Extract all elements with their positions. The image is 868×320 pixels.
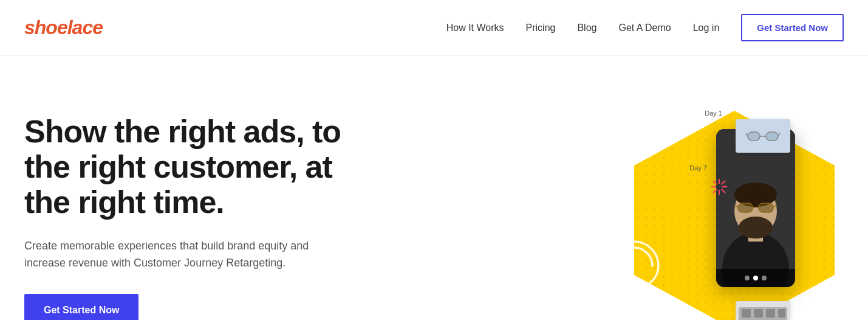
hero-text-block: Show the right ads, to the right custome…	[24, 114, 377, 320]
svg-rect-15	[759, 203, 773, 212]
nav-get-started-button[interactable]: Get Started Now	[741, 14, 844, 41]
main-nav: How It Works Pricing Blog Get A Demo Log…	[446, 14, 844, 41]
svg-rect-32	[754, 309, 763, 318]
svg-line-25	[722, 181, 725, 184]
svg-line-6	[746, 133, 748, 136]
phone-bottom-bar	[716, 269, 795, 287]
ad-thumbnail-top	[736, 119, 790, 153]
nav-pricing[interactable]: Pricing	[526, 23, 556, 33]
nav-how-it-works[interactable]: How It Works	[446, 23, 504, 33]
svg-rect-4	[766, 132, 778, 141]
svg-line-24	[722, 189, 725, 193]
day-label-1: Day 1	[705, 110, 722, 117]
svg-line-7	[778, 133, 780, 136]
svg-rect-33	[766, 309, 775, 318]
svg-rect-34	[778, 309, 785, 318]
hero-section: Show the right ads, to the right custome…	[0, 56, 868, 320]
phone-dot-3	[762, 276, 767, 280]
svg-point-13	[739, 217, 773, 238]
svg-line-23	[713, 181, 717, 184]
ad-thumbnail-bottom	[736, 301, 790, 320]
phone-dot-2	[753, 276, 758, 280]
svg-rect-3	[748, 132, 760, 141]
nav-get-a-demo[interactable]: Get A Demo	[618, 23, 671, 33]
hero-illustration: Day 1 Day 7 ✕	[576, 92, 844, 320]
svg-rect-14	[738, 203, 753, 212]
svg-line-26	[713, 189, 717, 193]
nav-log-in[interactable]: Log in	[693, 23, 720, 33]
hero-subtext: Create memorable experiences that build …	[24, 237, 316, 273]
svg-rect-31	[742, 309, 751, 318]
phone-mockup: ✕	[716, 129, 795, 287]
header: shoelace How It Works Pricing Blog Get A…	[0, 0, 868, 56]
hero-headline: Show the right ads, to the right custome…	[24, 114, 377, 220]
phone-screen: ✕	[716, 129, 795, 287]
swirl-decoration	[595, 226, 668, 299]
logo[interactable]: shoelace	[24, 16, 103, 39]
hero-get-started-button[interactable]: Get Started Now	[24, 294, 138, 320]
phone-person-image	[716, 129, 795, 287]
day-label-7: Day 7	[689, 164, 707, 172]
burst-decoration	[710, 178, 728, 199]
nav-blog[interactable]: Blog	[577, 23, 596, 33]
phone-dot-1	[745, 276, 750, 280]
